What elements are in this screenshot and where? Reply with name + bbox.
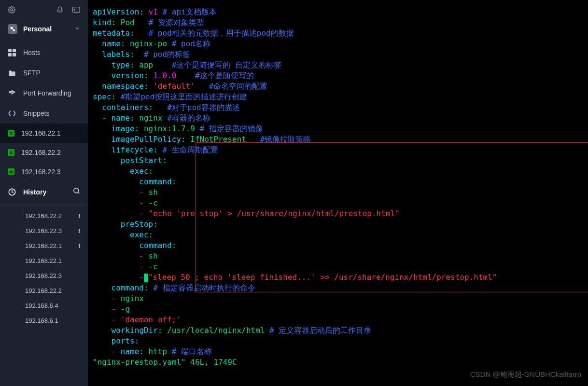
nav-sftp[interactable]: SFTP [0,63,88,83]
chevron-down-icon [74,25,80,33]
svg-point-10 [74,188,79,193]
nav-snippets[interactable]: Snippets [0,103,88,124]
cursor [144,274,148,282]
nav-label: SFTP [23,69,41,77]
history-ip: 192.168.22.1 [25,242,62,249]
history-label: History [23,188,66,196]
history-ip: 192.168.22.3 [25,272,62,279]
server-item-1[interactable]: ✲ 192.168.22.1 [0,124,88,143]
account-icon [8,24,17,34]
account-selector[interactable]: Personal [0,19,88,42]
nav-label: Hosts [23,49,41,56]
server-ip: 192.168.22.2 [21,149,61,156]
history-item[interactable]: 192.168.22.1! [0,238,88,253]
nav-hosts[interactable]: Hosts [0,42,88,63]
settings-icon[interactable] [8,6,15,14]
terminal-content[interactable]: apiVersion: v1 # api文档版本 kind: Pod # 资源对… [88,0,588,386]
svg-line-11 [78,192,79,193]
nav-port-forwarding[interactable]: Port Forwarding [0,83,88,103]
history-item[interactable]: 192.168.22.1 [0,253,88,268]
server-item-2[interactable]: ✲ 192.168.22.2 [0,143,88,162]
nav-label: Port Forwarding [23,89,71,97]
svg-rect-7 [8,53,12,56]
hosts-icon [8,48,16,57]
vim-status-line: "nginx-prestop.yaml" 46L, 1749C [93,357,588,368]
history-item[interactable]: 192.168.22.2! [0,208,88,223]
server-status-icon: ✲ [8,149,14,156]
clock-icon [8,188,16,196]
history-ip: 192.168.22.3 [25,227,62,234]
history-item[interactable]: 192.168.22.2 [0,283,88,298]
server-status-icon: ✲ [8,168,14,175]
forward-icon [8,89,16,97]
alert-icon: ! [78,243,80,249]
folder-icon [8,69,16,77]
history-item[interactable]: 192.168.22.3 [0,268,88,283]
server-ip: 192.168.22.1 [21,129,61,137]
history-item[interactable]: 192.168.22.3! [0,223,88,238]
history-ip: 192.168.6.1 [25,317,58,324]
alert-icon: ! [78,213,80,220]
snippets-icon [8,109,16,118]
server-ip: 192.168.22.3 [21,168,61,176]
history-item[interactable]: 192.168.6.1 [0,313,88,328]
search-icon[interactable] [73,187,80,196]
sidebar: Personal Hosts SFTP Port Forwarding Snip… [0,0,88,386]
history-list: 192.168.22.2!192.168.22.3!192.168.22.1!1… [0,208,88,328]
top-toolbar [0,0,88,19]
alert-icon: ! [78,228,80,234]
server-item-3[interactable]: ✲ 192.168.22.3 [0,162,88,181]
account-label: Personal [23,25,69,33]
history-item[interactable]: 192.168.6.4 [0,298,88,313]
history-ip: 192.168.22.2 [25,287,62,294]
svg-rect-5 [8,49,12,52]
svg-point-0 [11,9,13,11]
history-header: History [0,181,88,202]
history-ip: 192.168.6.4 [25,302,58,309]
svg-line-4 [12,28,14,30]
server-status-icon: ✲ [8,130,14,137]
bell-icon[interactable] [56,6,64,14]
svg-rect-1 [73,7,80,13]
watermark: CSDN @鲍海超-GNUBHCkalitarro [470,370,581,379]
nav-label: Snippets [23,110,49,117]
terminal-icon[interactable] [72,6,80,14]
svg-rect-6 [13,49,16,52]
svg-rect-8 [13,53,16,56]
history-ip: 192.168.22.2 [25,212,62,220]
history-ip: 192.168.22.1 [25,257,62,264]
